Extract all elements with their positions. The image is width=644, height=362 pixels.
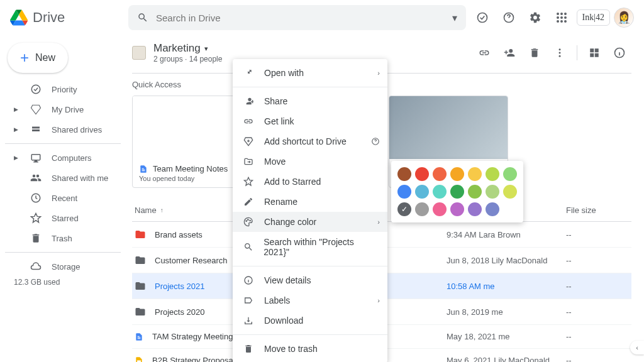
search-input[interactable]	[156, 13, 445, 23]
sidebar-item-trash[interactable]: Trash	[5, 228, 121, 248]
color-swatch[interactable]	[450, 167, 464, 181]
folder-icon	[135, 280, 146, 292]
trash-icon	[30, 233, 42, 244]
color-swatch[interactable]	[433, 167, 447, 181]
row-size: --	[566, 307, 629, 317]
color-swatch[interactable]	[486, 202, 499, 216]
drive-icon	[10, 9, 28, 26]
menu-rename[interactable]: Rename	[233, 192, 387, 212]
settings-icon[interactable]	[524, 6, 547, 29]
menu-move[interactable]: Move	[233, 151, 387, 172]
menu-share[interactable]: Share	[233, 91, 387, 111]
sidebar-item-recent[interactable]: Recent	[5, 188, 121, 208]
menu-palette[interactable]: Change color ›	[233, 212, 387, 232]
add-person-button[interactable]	[497, 41, 521, 64]
menu-label: Move to trash	[264, 344, 318, 354]
sidebar-label: Computers	[52, 153, 92, 163]
more-button[interactable]	[548, 41, 572, 64]
label-icon	[243, 295, 254, 305]
svg-point-3	[560, 13, 563, 15]
color-swatch[interactable]	[503, 167, 517, 181]
download-icon	[243, 315, 254, 326]
sidebar-label: My Drive	[52, 105, 84, 114]
color-swatch[interactable]	[415, 167, 429, 181]
sidebar-label: Storage	[52, 262, 80, 272]
sidebar-item-storage[interactable]: Storage	[5, 256, 121, 277]
sidebar-item-shared-drives[interactable]: ▶ Shared drives	[5, 119, 121, 140]
new-button[interactable]: + New	[8, 43, 68, 73]
svg-point-8	[557, 20, 559, 23]
shared-me-icon	[30, 172, 42, 184]
storage-used: 12.3 GB used	[5, 277, 121, 288]
menu-star[interactable]: Add to Starred	[233, 172, 387, 192]
slides-icon	[135, 356, 143, 363]
color-swatch[interactable]	[486, 167, 499, 181]
get-link-button[interactable]	[472, 41, 496, 64]
menu-info[interactable]: View details	[233, 270, 387, 290]
drive-logo[interactable]: Drive	[10, 9, 123, 26]
row-name: Projects 2021	[155, 282, 205, 291]
sidebar-item-priority[interactable]: Priority	[5, 79, 121, 99]
info-button[interactable]	[608, 41, 631, 64]
recent-icon	[30, 192, 42, 204]
file-name: Team Meeting Notes	[153, 164, 228, 173]
workspace-badge[interactable]: Ink|42	[577, 9, 610, 26]
svg-point-22	[250, 220, 250, 221]
sidebar-label: Shared with me	[52, 173, 108, 183]
menu-open[interactable]: Open with ›	[233, 63, 387, 83]
breadcrumb-name[interactable]: Marketing ▾	[153, 42, 222, 55]
color-swatch[interactable]	[415, 185, 429, 199]
menu-label: Open with	[264, 68, 304, 78]
menu-download[interactable]: Download	[233, 310, 387, 331]
menu-label[interactable]: Labels ›	[233, 290, 387, 310]
svg-point-4	[564, 13, 567, 15]
sidebar-item-starred[interactable]: Starred	[5, 208, 121, 228]
search-bar[interactable]: ▾	[128, 5, 466, 30]
svg-point-11	[31, 85, 40, 94]
grid-view-button[interactable]	[582, 41, 606, 64]
color-swatch[interactable]	[450, 185, 464, 199]
sidebar-item-computers[interactable]: ▶ Computers	[5, 148, 121, 168]
color-swatch[interactable]	[468, 167, 482, 181]
search-icon	[243, 242, 253, 252]
chevron-right-icon: ›	[377, 218, 380, 226]
color-swatch[interactable]	[433, 202, 447, 216]
menu-trash[interactable]: Move to trash	[233, 339, 387, 359]
palette-icon	[243, 217, 254, 227]
sidebar-label: Trash	[52, 234, 72, 243]
row-size: --	[566, 332, 629, 341]
menu-label: Download	[264, 315, 303, 326]
apps-icon[interactable]	[550, 6, 573, 29]
color-swatch[interactable]	[415, 202, 429, 216]
color-swatch[interactable]	[468, 185, 482, 199]
color-swatch[interactable]	[433, 185, 447, 199]
side-panel-toggle[interactable]: ‹	[630, 341, 644, 354]
menu-search[interactable]: Search within "Projects 2021}"	[233, 232, 387, 262]
svg-point-14	[559, 52, 561, 54]
menu-shortcut[interactable]: Add shortcut to Drive	[233, 131, 387, 151]
color-swatch[interactable]: ✓	[397, 202, 411, 216]
color-palette: ✓	[391, 161, 523, 222]
color-swatch[interactable]	[450, 202, 464, 216]
color-swatch[interactable]	[397, 167, 411, 181]
row-modified: May 18, 2021 me	[447, 332, 566, 341]
color-swatch[interactable]	[468, 202, 482, 216]
color-swatch[interactable]	[397, 185, 411, 199]
menu-link[interactable]: Get link	[233, 111, 387, 131]
thumbnail	[389, 96, 508, 159]
menu-label: Labels	[264, 295, 290, 305]
sidebar-item-shared-me[interactable]: Shared with me	[5, 168, 121, 188]
column-size[interactable]: File size	[566, 206, 629, 215]
rename-icon	[243, 197, 254, 207]
menu-label: Change color	[264, 217, 316, 227]
shortcut-icon	[243, 136, 254, 146]
sidebar-item-mydrive[interactable]: ▶ My Drive	[5, 99, 121, 119]
help-icon[interactable]	[497, 6, 520, 29]
trash-button[interactable]	[523, 41, 547, 64]
search-options-icon[interactable]: ▾	[452, 12, 457, 24]
menu-label: Get link	[264, 116, 294, 126]
color-swatch[interactable]	[486, 185, 499, 199]
color-swatch[interactable]	[503, 185, 517, 199]
account-avatar[interactable]: 👩‍⚕️	[614, 8, 634, 28]
ready-offline-icon[interactable]	[471, 6, 494, 29]
